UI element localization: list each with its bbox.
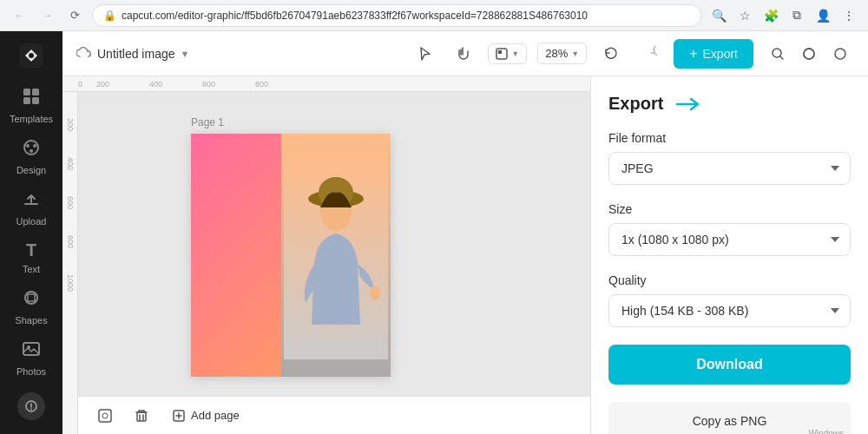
add-page-button[interactable]: Add page bbox=[165, 405, 247, 426]
trash-icon bbox=[134, 408, 149, 424]
size-section: Size 1x (1080 x 1080 px) 2x (2160 x 2160… bbox=[608, 202, 851, 256]
split-view-button[interactable]: ⧉ bbox=[786, 5, 807, 26]
download-label: Download bbox=[696, 357, 762, 372]
export-panel: Export File format JPEG PNG PDF bbox=[590, 76, 868, 434]
svg-point-7 bbox=[26, 144, 30, 148]
svg-point-1 bbox=[29, 53, 34, 58]
add-page-label: Add page bbox=[191, 409, 240, 422]
delete-button[interactable] bbox=[128, 403, 155, 429]
sidebar-bottom bbox=[17, 392, 45, 427]
copy-png-label: Copy as PNG bbox=[693, 414, 767, 428]
svg-rect-26 bbox=[99, 410, 111, 422]
undo-icon bbox=[603, 46, 619, 62]
svg-point-25 bbox=[370, 286, 380, 299]
export-label: Export bbox=[703, 47, 738, 61]
sidebar-item-upload[interactable]: Upload bbox=[0, 182, 62, 233]
app-container: Templates Design Upload bbox=[0, 31, 868, 434]
url-text: capcut.com/editor-graphic/ff5bd6fb267047… bbox=[122, 10, 588, 22]
export-arrow-icon bbox=[674, 95, 701, 113]
search-icon-button[interactable] bbox=[764, 40, 792, 68]
view-mode-selector[interactable]: ▼ bbox=[488, 43, 527, 64]
svg-rect-5 bbox=[32, 97, 39, 104]
upload-icon bbox=[22, 189, 41, 213]
frame-button[interactable] bbox=[92, 403, 118, 429]
canvas-gradient bbox=[191, 134, 291, 377]
size-select[interactable]: 1x (1080 x 1080 px) 2x (2160 x 2160 px) … bbox=[608, 223, 851, 256]
hand-tool-button[interactable] bbox=[450, 40, 477, 68]
redo-button[interactable] bbox=[635, 40, 663, 68]
export-header: Export bbox=[608, 94, 851, 114]
present-icon bbox=[802, 47, 816, 61]
file-format-select[interactable]: JPEG PNG PDF GIF MP4 bbox=[608, 152, 851, 185]
undo-button[interactable] bbox=[597, 40, 625, 68]
sidebar-item-shapes[interactable]: Shapes bbox=[0, 281, 62, 332]
sidebar-photos-label: Photos bbox=[16, 366, 46, 377]
export-button[interactable]: + Export bbox=[674, 39, 753, 69]
svg-point-9 bbox=[30, 149, 33, 153]
bookmark-button[interactable]: ☆ bbox=[734, 5, 755, 26]
sidebar-item-design[interactable]: Design bbox=[0, 131, 62, 182]
address-bar[interactable]: 🔒 capcut.com/editor-graphic/ff5bd6fb2670… bbox=[92, 4, 701, 27]
back-button[interactable]: ← bbox=[9, 5, 30, 26]
app-logo[interactable] bbox=[14, 38, 49, 73]
forward-button[interactable]: → bbox=[36, 5, 57, 26]
copy-png-wrapper: Copy as PNG Windows bbox=[608, 402, 851, 434]
add-page-icon bbox=[172, 409, 186, 423]
document-title: Untitled image bbox=[97, 47, 175, 61]
file-format-label: File format bbox=[608, 131, 851, 145]
photos-icon bbox=[22, 339, 41, 363]
arrow-right-icon bbox=[674, 95, 701, 113]
canvas-card[interactable] bbox=[191, 134, 391, 377]
frame-icon bbox=[97, 408, 113, 424]
menu-button[interactable]: ⋮ bbox=[838, 5, 859, 26]
view-icon bbox=[496, 48, 508, 60]
browser-chrome: ← → ⟳ 🔒 capcut.com/editor-graphic/ff5bd6… bbox=[0, 0, 868, 31]
sidebar-templates-label: Templates bbox=[10, 114, 53, 124]
more-button[interactable] bbox=[826, 40, 854, 68]
quality-label: Quality bbox=[608, 273, 851, 287]
export-title: Export bbox=[608, 94, 663, 114]
canvas-workspace: Page 1 bbox=[78, 92, 590, 434]
svg-point-20 bbox=[835, 49, 845, 59]
toolbar-right-icons bbox=[764, 40, 854, 68]
export-plus-icon: + bbox=[689, 46, 697, 62]
ruler-top: 0 200 400 600 800 bbox=[62, 76, 590, 92]
present-button[interactable] bbox=[795, 40, 823, 68]
quality-wrapper: Low Medium High (154 KB - 308 KB) Best bbox=[608, 294, 851, 327]
svg-point-19 bbox=[804, 49, 814, 59]
svg-point-8 bbox=[33, 144, 36, 148]
svg-rect-12 bbox=[23, 343, 39, 355]
templates-icon bbox=[22, 87, 41, 110]
reload-button[interactable]: ⟳ bbox=[64, 5, 85, 26]
sidebar-text-label: Text bbox=[23, 264, 40, 274]
quality-select[interactable]: Low Medium High (154 KB - 308 KB) Best bbox=[608, 294, 851, 327]
sidebar: Templates Design Upload bbox=[0, 31, 62, 434]
zoom-chevron-icon: ▼ bbox=[571, 49, 579, 58]
download-button[interactable]: Download bbox=[608, 345, 851, 385]
svg-rect-2 bbox=[23, 89, 30, 95]
chevron-down-icon: ▼ bbox=[511, 49, 519, 58]
page-label: Page 1 bbox=[191, 116, 224, 128]
zoom-selector[interactable]: 28% ▼ bbox=[537, 43, 587, 64]
canvas-area[interactable]: 0 200 400 600 800 200 400 600 800 1000 P… bbox=[62, 76, 590, 434]
search-browser-button[interactable]: 🔍 bbox=[708, 5, 729, 26]
select-tool-button[interactable] bbox=[411, 40, 439, 68]
search-icon bbox=[771, 47, 785, 61]
profile-button[interactable]: 👤 bbox=[812, 5, 833, 26]
shapes-icon bbox=[22, 288, 41, 312]
extensions-button[interactable]: 🧩 bbox=[760, 5, 781, 26]
svg-point-27 bbox=[102, 413, 108, 418]
size-wrapper: 1x (1080 x 1080 px) 2x (2160 x 2160 px) … bbox=[608, 223, 851, 256]
document-title-group[interactable]: Untitled image ▼ bbox=[76, 46, 189, 62]
sidebar-item-templates[interactable]: Templates bbox=[0, 80, 62, 131]
select-icon bbox=[418, 46, 433, 62]
sidebar-bottom-icon-1[interactable] bbox=[17, 392, 45, 420]
title-chevron-icon: ▼ bbox=[181, 49, 190, 59]
sidebar-item-photos[interactable]: Photos bbox=[0, 332, 62, 384]
text-icon: T bbox=[26, 240, 36, 260]
person-svg bbox=[284, 151, 388, 359]
size-label: Size bbox=[608, 202, 851, 216]
more-icon bbox=[833, 47, 847, 61]
sidebar-item-text[interactable]: T Text bbox=[0, 233, 62, 281]
file-format-section: File format JPEG PNG PDF GIF MP4 bbox=[608, 131, 851, 185]
